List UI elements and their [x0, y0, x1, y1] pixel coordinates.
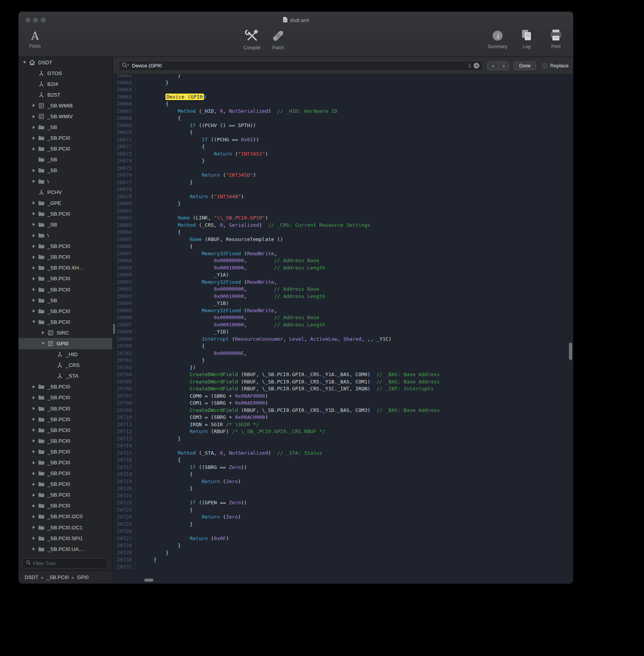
vertical-scrollbar[interactable]: [569, 343, 572, 360]
disclosure-collapsed-icon[interactable]: [31, 385, 37, 388]
disclosure-collapsed-icon[interactable]: [31, 147, 37, 151]
disclosure-collapsed-icon[interactable]: [31, 310, 37, 313]
disclosure-collapsed-icon[interactable]: [31, 277, 37, 280]
filter-tree-field[interactable]: Filter Tree: [22, 558, 108, 568]
disclosure-collapsed-icon[interactable]: [31, 483, 37, 486]
tree-item-hid[interactable]: _HID: [18, 349, 112, 360]
disclosure-expanded-icon[interactable]: [31, 321, 37, 323]
disclosure-collapsed-icon[interactable]: [31, 504, 37, 507]
tree-item-sb-wmib[interactable]: _SB.WMIB: [18, 100, 112, 111]
tree-item-sb[interactable]: _SB: [18, 295, 112, 306]
tree-item-sb-pci0[interactable]: _SB.PCI0: [18, 490, 112, 500]
tree-item-sb-pci0[interactable]: _SB.PCI0: [18, 425, 112, 435]
disclosure-collapsed-icon[interactable]: [31, 169, 37, 172]
done-button[interactable]: Done: [514, 62, 536, 70]
tree-item-sb-wmiv[interactable]: _SB.WMIV: [18, 111, 112, 122]
tree-item-sb-pci0[interactable]: _SB.PCI0: [18, 414, 112, 425]
disclosure-expanded-icon[interactable]: [22, 61, 28, 64]
tree-item-sb-pci0[interactable]: _SB.PCI0: [18, 403, 112, 414]
tree-item-sta[interactable]: _STA: [18, 371, 112, 382]
disclosure-collapsed-icon[interactable]: [40, 331, 46, 334]
tree-item-gpe[interactable]: _GPE: [18, 197, 112, 208]
tree-item-sb[interactable]: _SB: [18, 154, 112, 165]
print-button[interactable]: Print: [546, 29, 566, 49]
disclosure-collapsed-icon[interactable]: [31, 234, 37, 237]
disclosure-collapsed-icon[interactable]: [31, 223, 37, 226]
tree-item-sb-pci0[interactable]: _SB.PCI0: [18, 144, 112, 154]
tree-item-gpi0[interactable]: GPI0: [18, 338, 112, 349]
tree-item-pchv[interactable]: PCHV: [18, 187, 112, 197]
disclosure-collapsed-icon[interactable]: [31, 256, 37, 259]
tree-item-crs[interactable]: _CRS: [18, 360, 112, 371]
tree-item-sb-pci0[interactable]: _SB.PCI0: [18, 284, 112, 295]
search-menu-icon[interactable]: [122, 62, 129, 69]
tree-item-sb-pci0[interactable]: _SB.PCI0: [18, 306, 112, 316]
disclosure-collapsed-icon[interactable]: [31, 104, 37, 107]
find-next-button[interactable]: ›: [498, 62, 509, 70]
disclosure-collapsed-icon[interactable]: [31, 245, 37, 248]
tree-item-sb[interactable]: _SB: [18, 165, 112, 176]
summary-button[interactable]: i Summary: [487, 30, 508, 49]
disclosure-collapsed-icon[interactable]: [31, 526, 37, 529]
disclosure-collapsed-icon[interactable]: [31, 494, 37, 497]
tree-item-sb-pci0[interactable]: _SB.PCI0: [18, 382, 112, 392]
disclosure-collapsed-icon[interactable]: [31, 407, 37, 410]
tree-item-sb-pci0[interactable]: _SB.PCI0: [18, 392, 112, 403]
splitter-handle[interactable]: [113, 324, 115, 334]
find-previous-button[interactable]: ‹: [488, 62, 498, 70]
disclosure-collapsed-icon[interactable]: [31, 266, 37, 269]
sidebar-tree[interactable]: DSDTGTOSB2I4B2ST_SB.WMIB_SB.WMIV_SB_SB.P…: [18, 57, 112, 556]
tree-item-sb-pci0-i2c0[interactable]: _SB.PCI0.I2C0: [18, 511, 112, 522]
disclosure-collapsed-icon[interactable]: [31, 547, 37, 551]
tree-item-sb-pci0-xh[interactable]: _SB.PCI0.XH…: [18, 263, 112, 273]
replace-checkbox[interactable]: [542, 63, 547, 69]
clear-search-button[interactable]: ✕: [474, 63, 479, 69]
log-button[interactable]: Log: [516, 29, 537, 49]
disclosure-collapsed-icon[interactable]: [31, 299, 37, 302]
tree-item-sb-pci0[interactable]: _SB.PCI0: [18, 241, 112, 252]
disclosure-collapsed-icon[interactable]: [31, 461, 37, 464]
tree-item-b2st[interactable]: B2ST: [18, 89, 112, 100]
disclosure-collapsed-icon[interactable]: [31, 472, 37, 475]
disclosure-collapsed-icon[interactable]: [31, 428, 37, 432]
tree-item-sb-pci0[interactable]: _SB.PCI0: [18, 479, 112, 490]
disclosure-collapsed-icon[interactable]: [31, 180, 37, 183]
patch-button[interactable]: Patch: [268, 29, 289, 50]
tree-item-sirc[interactable]: SIRC: [18, 327, 112, 338]
disclosure-collapsed-icon[interactable]: [31, 515, 37, 518]
tree-item-sb-pci0[interactable]: _SB.PCI0: [18, 208, 112, 219]
tree-item-root[interactable]: \: [18, 230, 112, 241]
compile-button[interactable]: Compile: [242, 29, 262, 50]
tree-item-sb-pci0[interactable]: _SB.PCI0: [18, 500, 112, 511]
disclosure-collapsed-icon[interactable]: [31, 115, 37, 118]
titlebar[interactable]: dsdt.aml: [18, 17, 573, 24]
tree-item-sb-pci0-i2c1[interactable]: _SB.PCI0.I2C1: [18, 522, 112, 533]
disclosure-collapsed-icon[interactable]: [31, 396, 37, 399]
disclosure-collapsed-icon[interactable]: [31, 137, 37, 140]
disclosure-collapsed-icon[interactable]: [31, 212, 37, 215]
tree-item-sb-pci0[interactable]: _SB.PCI0: [18, 435, 112, 446]
tree-item-dsdt[interactable]: DSDT: [18, 57, 112, 68]
code-editor[interactable]: 20662 }20663 }20664 20665 Device (GPI0)2…: [113, 75, 573, 584]
tree-item-sb-pci0-ua[interactable]: _SB.PCI0.UA…: [18, 544, 112, 554]
breadcrumb-item[interactable]: _SB.PCI0: [47, 574, 68, 580]
disclosure-collapsed-icon[interactable]: [31, 439, 37, 442]
tree-item-root[interactable]: \: [18, 176, 112, 187]
disclosure-collapsed-icon[interactable]: [31, 450, 37, 453]
disclosure-expanded-icon[interactable]: [40, 342, 46, 345]
disclosure-collapsed-icon[interactable]: [31, 418, 37, 421]
tree-item-sb[interactable]: _SB: [18, 122, 112, 133]
horizontal-scrollbar[interactable]: [144, 579, 153, 582]
tree-item-sb-pci0[interactable]: _SB.PCI0: [18, 316, 112, 327]
disclosure-collapsed-icon[interactable]: [31, 537, 37, 540]
tree-item-sb-pci0[interactable]: _SB.PCI0: [18, 457, 112, 468]
tree-item-sb-pci0-spi1[interactable]: _SB.PCI0.SPI1: [18, 533, 112, 544]
find-input[interactable]: Device (GPI0 1 ✕: [118, 61, 483, 71]
tree-item-sb-pci0[interactable]: _SB.PCI0: [18, 252, 112, 263]
tree-item-gtos[interactable]: GTOS: [18, 68, 112, 79]
breadcrumb-item[interactable]: GPI0: [77, 574, 89, 580]
tree-item-sb-pci0[interactable]: _SB.PCI0: [18, 273, 112, 284]
tree-item-sb-pci0[interactable]: _SB.PCI0: [18, 468, 112, 479]
disclosure-collapsed-icon[interactable]: [31, 126, 37, 129]
fonts-button[interactable]: A Fonts: [25, 30, 45, 49]
